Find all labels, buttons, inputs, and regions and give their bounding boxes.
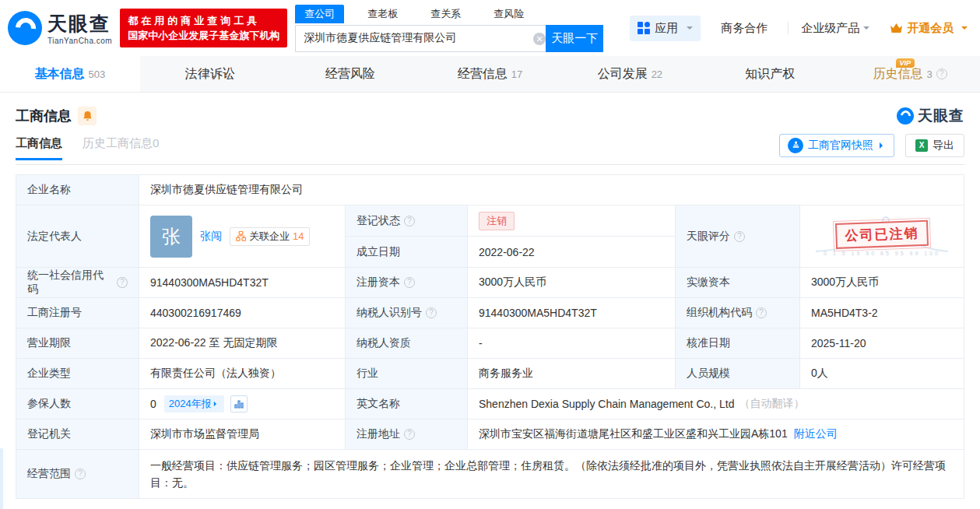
field-label: 组织机构代码 <box>687 306 752 320</box>
tab-operating-risk[interactable]: 经营风险 <box>280 56 420 92</box>
export-button-label: 导出 <box>933 139 954 153</box>
tab-legal[interactable]: 法律诉讼 <box>140 56 280 92</box>
tab-count: 17 <box>511 68 522 80</box>
tab-development[interactable]: 公司发展 22 <box>560 56 700 92</box>
help-icon[interactable]: ? <box>117 277 128 288</box>
company-name-label: 企业名称 <box>16 175 139 205</box>
clear-icon[interactable]: ✕ <box>533 33 546 45</box>
tianyancha-logo-icon <box>8 11 42 45</box>
official-snapshot-button[interactable]: 工商官网快照 <box>779 134 894 157</box>
help-icon[interactable]: ? <box>756 307 767 318</box>
subtab-history-info[interactable]: 历史工商信息0 <box>83 136 159 160</box>
logo-domain: TianYanCha.com <box>47 37 112 45</box>
bell-icon <box>83 111 93 121</box>
company-type-label: 企业类型 <box>16 359 139 388</box>
tab-label: 历史信息 <box>873 66 922 82</box>
help-icon[interactable]: ? <box>404 429 415 440</box>
nav-enterprise[interactable]: 企业级产品 <box>801 21 869 36</box>
search-tab-risk[interactable]: 查风险 <box>484 5 533 23</box>
nearby-companies-link[interactable]: 附近公司 <box>794 427 838 441</box>
nav-vip-button[interactable]: 开通会员 <box>890 21 968 36</box>
status-date-stack: 登记状态 ? 注销 成立日期 2022-06-22 <box>346 205 676 267</box>
search-tab-boss[interactable]: 查老板 <box>358 5 407 23</box>
snapshot-button-label: 工商官网快照 <box>808 139 873 153</box>
annual-report-link[interactable]: 2024年报 <box>164 395 224 412</box>
search-input[interactable] <box>295 25 552 52</box>
company-type-value: 有限责任公司（法人独资） <box>139 359 346 388</box>
address-cell: 深圳市宝安区福海街道塘尾社区和盛工业区盛和兴工业园A栋101 附近公司 <box>468 419 964 449</box>
search-tab-relation[interactable]: 查关系 <box>421 5 470 23</box>
help-icon[interactable]: ? <box>404 277 415 288</box>
chevron-down-icon <box>863 26 869 33</box>
authority-label: 登记机关 <box>16 419 139 449</box>
page-edge-decoration <box>0 448 3 509</box>
business-term-value: 2022-06-22 至 无固定期限 <box>139 328 346 358</box>
help-icon[interactable]: ? <box>734 231 745 242</box>
credit-code-label-cell: 统一社会信用代码? <box>16 268 139 297</box>
tab-basic-info[interactable]: 基本信息 503 <box>0 56 140 92</box>
reg-number-label: 工商注册号 <box>16 298 139 328</box>
status-label: 登记状态 <box>357 214 400 228</box>
nav-cooperation[interactable]: 商务合作 <box>721 21 767 36</box>
watermark-logo: 天眼查 <box>897 106 964 126</box>
nav-apps-label: 应用 <box>655 21 678 36</box>
scope-cell: 一般经营项目：供应链管理服务；园区管理服务；企业管理；企业总部管理；住房租赁。（… <box>139 450 964 498</box>
nav-apps-button[interactable]: 应用 <box>630 16 701 41</box>
tab-history[interactable]: VIP 历史信息 3 ? <box>840 56 980 92</box>
score-cell: 0 1 5 15 50 85 95 99 100 公司已注销 <box>800 205 964 267</box>
score-label-cell: 天眼评分 ? <box>676 205 800 267</box>
table-row: 工商注册号 440300216917469 纳税人识别号? 91440300MA… <box>16 298 964 328</box>
watermark-text: 天眼查 <box>918 106 964 126</box>
company-name-value: 深圳市德夏供应链管理有限公司 <box>139 175 964 205</box>
nav-vip-label: 开通会员 <box>907 21 954 36</box>
legal-rep-avatar[interactable]: 张 <box>150 216 192 258</box>
tab-operating-info[interactable]: 经营信息 17 <box>420 56 560 92</box>
reg-capital-label-cell: 注册资本? <box>346 268 468 297</box>
export-button[interactable]: X 导出 <box>905 134 964 157</box>
reg-number-value: 440300216917469 <box>139 298 346 328</box>
tab-label: 公司发展 <box>598 66 648 82</box>
tab-ip[interactable]: 知识产权 <box>700 56 840 92</box>
help-icon[interactable]: ? <box>936 68 947 79</box>
staff-size-label: 人员规模 <box>676 359 800 388</box>
company-tabbar: 基本信息 503 法律诉讼 经营风险 经营信息 17 公司发展 22 知识产权 … <box>0 56 980 93</box>
taxpayer-quality-value: - <box>468 328 676 358</box>
established-value: 2022-06-22 <box>468 237 675 267</box>
arrow-right-icon <box>214 402 219 406</box>
insured-cell: 0 2024年报 <box>139 389 346 419</box>
org-code-label-cell: 组织机构代码? <box>676 298 800 328</box>
help-icon[interactable]: ? <box>75 469 86 479</box>
table-row: 参保人数 0 2024年报 英文名称 Shenzhen Dexia Supply… <box>16 389 964 419</box>
related-companies-tag[interactable]: 关联企业 14 <box>230 227 310 246</box>
field-label: 注册资本 <box>357 276 400 290</box>
taxpayer-id-value: 91440300MA5HD4T32T <box>468 298 676 328</box>
vip-badge: VIP <box>896 58 915 68</box>
field-label: 经营范围 <box>27 467 71 481</box>
legal-rep-name-link[interactable]: 张闯 <box>200 230 222 244</box>
scope-value: 一般经营项目：供应链管理服务；园区管理服务；企业管理；企业总部管理；住房租赁。（… <box>139 450 964 498</box>
staff-size-value: 0人 <box>800 359 964 388</box>
insured-trend-button[interactable] <box>230 395 248 412</box>
promo-line2: 国家中小企业发展子基金旗下机构 <box>128 28 279 43</box>
monitor-bell-button[interactable] <box>78 107 97 125</box>
tianyancha-logo[interactable]: 天眼查 TianYanCha.com <box>8 11 112 45</box>
search-tab-company[interactable]: 查公司 <box>295 5 344 23</box>
arrow-right-icon <box>880 142 886 149</box>
tab-count: 22 <box>652 68 662 80</box>
help-icon[interactable]: ? <box>426 307 437 318</box>
table-row: 经营范围? 一般经营项目：供应链管理服务；园区管理服务；企业管理；企业总部管理；… <box>16 450 964 498</box>
insured-value: 0 <box>150 398 156 410</box>
credit-code-value: 91440300MA5HD4T32T <box>139 268 346 297</box>
search-button[interactable]: 天眼一下 <box>546 25 603 52</box>
crown-icon <box>890 23 903 34</box>
tab-label: 基本信息 <box>35 66 85 82</box>
english-name-value: Shenzhen Dexia Supply Chain Management C… <box>479 398 734 410</box>
subtab-business-info[interactable]: 工商信息 <box>16 136 62 160</box>
status-label-cell: 登记状态 ? <box>346 205 468 236</box>
apps-grid-icon <box>638 22 650 34</box>
status-value-cell: 注销 <box>468 205 675 236</box>
related-label: 关联企业 <box>249 230 290 244</box>
scope-label-cell: 经营范围? <box>16 450 139 498</box>
tab-label: 经营信息 <box>458 66 508 82</box>
help-icon[interactable]: ? <box>404 216 415 226</box>
